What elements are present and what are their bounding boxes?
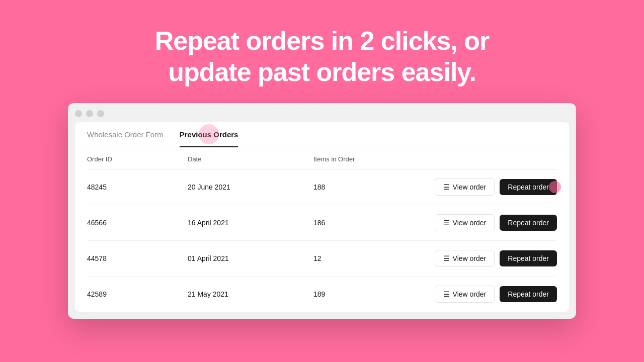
doc-icon: ☰ [443, 183, 450, 191]
repeat-order-button-4[interactable]: Repeat order [500, 286, 557, 302]
repeat-order-button-3[interactable]: Repeat order [500, 250, 557, 266]
view-order-button-3[interactable]: ☰ View order [435, 250, 495, 267]
doc-icon: ☰ [443, 290, 450, 298]
row-actions-2: ☰ View order Repeat order [435, 214, 557, 231]
order-id-2: 46566 [87, 219, 188, 227]
table-row: 48245 20 June 2021 188 ☰ View order Repe… [87, 169, 557, 205]
order-date-2: 16 April 2021 [188, 219, 313, 227]
table-row: 44578 01 April 2021 12 ☰ View order Repe… [87, 241, 557, 277]
row-actions-3: ☰ View order Repeat order [435, 250, 557, 267]
table-row: 46566 16 April 2021 186 ☰ View order Rep… [87, 205, 557, 241]
table-header: Order ID Date Items in Order [87, 147, 557, 169]
browser-dot-green [97, 110, 104, 117]
repeat-order-button-1[interactable]: Repeat order [500, 179, 557, 195]
view-order-button-4[interactable]: ☰ View order [435, 286, 495, 303]
browser-dot-yellow [86, 110, 93, 117]
hero-line1: Repeat orders in 2 clicks, or [155, 26, 490, 55]
col-order-id: Order ID [87, 155, 188, 163]
click-cursor [549, 181, 561, 193]
browser-window: Wholesale Order Form Previous Orders Ord… [68, 103, 576, 319]
browser-chrome [75, 110, 569, 117]
browser-content: Wholesale Order Form Previous Orders Ord… [75, 122, 569, 312]
col-items: Items in Order [313, 155, 557, 163]
order-id-4: 42589 [87, 290, 188, 298]
row-actions-4: ☰ View order Repeat order [435, 286, 557, 303]
doc-icon: ☰ [443, 219, 450, 227]
repeat-order-button-2[interactable]: Repeat order [500, 215, 557, 231]
tabs-bar: Wholesale Order Form Previous Orders [75, 122, 569, 147]
order-items-2: 186 [313, 219, 435, 227]
hero-section: Repeat orders in 2 clicks, or update pas… [145, 0, 500, 103]
order-items-4: 189 [313, 290, 435, 298]
order-date-3: 01 April 2021 [188, 254, 313, 262]
tab-previous-orders[interactable]: Previous Orders [180, 122, 238, 147]
view-order-button-2[interactable]: ☰ View order [435, 214, 495, 231]
order-id-1: 48245 [87, 183, 188, 191]
table-row: 42589 21 May 2021 189 ☰ View order Repea… [87, 277, 557, 312]
tab-wholesale[interactable]: Wholesale Order Form [87, 122, 164, 147]
order-date-1: 20 June 2021 [188, 183, 313, 191]
row-actions-1: ☰ View order Repeat order [435, 178, 557, 196]
orders-table: Order ID Date Items in Order 48245 20 Ju… [75, 147, 569, 312]
browser-dot-red [75, 110, 82, 117]
order-id-3: 44578 [87, 254, 188, 262]
order-date-4: 21 May 2021 [188, 290, 313, 298]
hero-line2: update past orders easily. [168, 57, 476, 86]
order-items-1: 188 [313, 183, 435, 191]
doc-icon: ☰ [443, 254, 450, 262]
order-items-3: 12 [313, 254, 435, 262]
view-order-button-1[interactable]: ☰ View order [435, 178, 495, 196]
col-date: Date [188, 155, 313, 163]
